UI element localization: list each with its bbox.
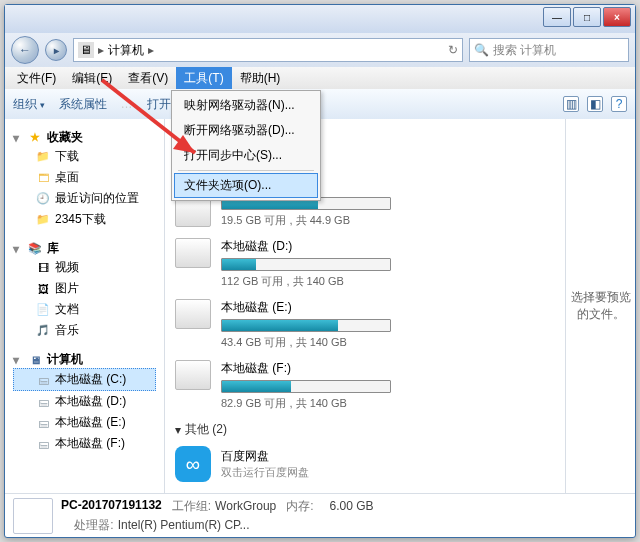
memory-value: 6.00 GB	[330, 499, 374, 513]
tree-item-label: 图片	[55, 280, 79, 297]
drive-item[interactable]: 本地磁盘 (D:) 112 GB 可用 , 共 140 GB	[175, 238, 555, 289]
tree-favorites-head[interactable]: ▾ ★ 收藏夹	[13, 129, 156, 146]
preview-pane: 选择要预览的文件。	[565, 119, 635, 493]
drive-icon: 🖴	[35, 436, 51, 452]
tools-dropdown: 映射网络驱动器(N)... 断开网络驱动器(D)... 打开同步中心(S)...…	[171, 90, 321, 201]
map-network-drive[interactable]: 映射网络驱动器(N)...	[174, 93, 318, 118]
computer-icon: 🖥	[78, 42, 94, 58]
tree-item-label: 本地磁盘 (E:)	[55, 414, 126, 431]
refresh-icon[interactable]: ↻	[448, 43, 458, 57]
drive-icon: 🖴	[35, 415, 51, 431]
other-name: 百度网盘	[221, 448, 309, 465]
window-controls: — □ ×	[543, 7, 631, 27]
status-lines: PC-201707191132 工作组: WorkGroup 内存: 6.00 …	[61, 498, 374, 534]
explorer-window: — □ × ← ▸ 🖥 ▸ 计算机 ▸ ↻ 🔍 搜索 计算机 文件(F) 编辑(…	[4, 4, 636, 538]
tree-recent[interactable]: 🕘最近访问的位置	[13, 188, 156, 209]
tree-computer: ▾ 🖥 计算机 🖴本地磁盘 (C:) 🖴本地磁盘 (D:) 🖴本地磁盘 (E:)…	[5, 349, 164, 462]
menu-edit[interactable]: 编辑(E)	[64, 67, 120, 89]
tree-downloads[interactable]: 📁下载	[13, 146, 156, 167]
drive-free-text: 112 GB 可用 , 共 140 GB	[221, 274, 555, 289]
chevron-down-icon: ▾	[13, 131, 23, 145]
drive-icon	[175, 197, 211, 227]
forward-button[interactable]: ▸	[45, 39, 67, 61]
details-pane: PC-201707191132 工作组: WorkGroup 内存: 6.00 …	[5, 493, 635, 537]
tree-drive-c[interactable]: 🖴本地磁盘 (C:)	[13, 368, 156, 391]
drive-name: 本地磁盘 (F:)	[221, 360, 555, 377]
open-sync-center[interactable]: 打开同步中心(S)...	[174, 143, 318, 168]
menu-tools[interactable]: 工具(T)	[176, 67, 231, 89]
breadcrumb-sep: ▸	[148, 43, 154, 57]
tree-libraries: ▾ 📚 库 🎞视频 🖼图片 📄文档 🎵音乐	[5, 238, 164, 349]
workgroup-value: WorkGroup	[215, 499, 276, 513]
drive-icon: 🖴	[35, 394, 51, 410]
organize-dropdown[interactable]: 组织	[13, 96, 45, 113]
drive-info: 本地磁盘 (F:) 82.9 GB 可用 , 共 140 GB	[221, 360, 555, 411]
drive-name: 本地磁盘 (E:)	[221, 299, 555, 316]
cmd-actions: ▥ ◧ ?	[563, 96, 627, 112]
tree-videos[interactable]: 🎞视频	[13, 257, 156, 278]
drive-item[interactable]: 本地磁盘 (E:) 43.4 GB 可用 , 共 140 GB	[175, 299, 555, 350]
help-icon[interactable]: ?	[611, 96, 627, 112]
other-info: 百度网盘 双击运行百度网盘	[221, 448, 309, 480]
maximize-button[interactable]: □	[573, 7, 601, 27]
tree-item-label: 视频	[55, 259, 79, 276]
drive-item[interactable]: 19.5 GB 可用 , 共 44.9 GB	[175, 197, 555, 228]
breadcrumb[interactable]: 🖥 ▸ 计算机 ▸ ↻	[73, 38, 463, 62]
computer-name: PC-201707191132	[61, 498, 162, 515]
tree-drive-e[interactable]: 🖴本地磁盘 (E:)	[13, 412, 156, 433]
tree-favorites: ▾ ★ 收藏夹 📁下载 🗔桌面 🕘最近访问的位置 📁2345下载	[5, 127, 164, 238]
disconnect-network-drive[interactable]: 断开网络驱动器(D)...	[174, 118, 318, 143]
tree-libraries-label: 库	[47, 240, 59, 257]
tree-drive-d[interactable]: 🖴本地磁盘 (D:)	[13, 391, 156, 412]
menu-help[interactable]: 帮助(H)	[232, 67, 289, 89]
tree-computer-head[interactable]: ▾ 🖥 计算机	[13, 351, 156, 368]
star-icon: ★	[27, 130, 43, 146]
recent-icon: 🕘	[35, 191, 51, 207]
tree-item-label: 下载	[55, 148, 79, 165]
tree-2345dl[interactable]: 📁2345下载	[13, 209, 156, 230]
breadcrumb-root[interactable]: 计算机	[108, 42, 144, 59]
tree-desktop[interactable]: 🗔桌面	[13, 167, 156, 188]
system-properties[interactable]: 系统属性	[59, 96, 107, 113]
music-icon: 🎵	[35, 323, 51, 339]
document-icon: 📄	[35, 302, 51, 318]
menu-file[interactable]: 文件(F)	[9, 67, 64, 89]
tree-music[interactable]: 🎵音乐	[13, 320, 156, 341]
tree-libraries-head[interactable]: ▾ 📚 库	[13, 240, 156, 257]
tree-item-label: 音乐	[55, 322, 79, 339]
close-button[interactable]: ×	[603, 7, 631, 27]
libraries-icon: 📚	[27, 241, 43, 257]
computer-icon: 🖥	[27, 352, 43, 368]
back-button[interactable]: ←	[11, 36, 39, 64]
other-yun[interactable]: 云U盘	[175, 490, 555, 493]
preview-text: 选择要预览的文件。	[570, 289, 631, 323]
folder-icon: 📁	[35, 212, 51, 228]
folder-options[interactable]: 文件夹选项(O)...	[174, 173, 318, 198]
tree-pictures[interactable]: 🖼图片	[13, 278, 156, 299]
minimize-button[interactable]: —	[543, 7, 571, 27]
drive-item[interactable]: 本地磁盘 (F:) 82.9 GB 可用 , 共 140 GB	[175, 360, 555, 411]
group-other-label: 其他 (2)	[185, 421, 227, 438]
tree-item-label: 2345下载	[55, 211, 106, 228]
search-icon: 🔍	[474, 43, 489, 57]
computer-large-icon	[13, 498, 53, 534]
breadcrumb-sep: ▸	[98, 43, 104, 57]
other-baidu[interactable]: ∞ 百度网盘 双击运行百度网盘	[175, 446, 555, 482]
memory-label: 内存:	[286, 498, 326, 515]
tree-item-label: 本地磁盘 (F:)	[55, 435, 125, 452]
other-sub: 双击运行百度网盘	[221, 465, 309, 480]
preview-pane-icon[interactable]: ◧	[587, 96, 603, 112]
cmd-divider: …	[121, 97, 133, 111]
tree-documents[interactable]: 📄文档	[13, 299, 156, 320]
tree-drive-f[interactable]: 🖴本地磁盘 (F:)	[13, 433, 156, 454]
search-input[interactable]: 🔍 搜索 计算机	[469, 38, 629, 62]
drive-free-text: 19.5 GB 可用 , 共 44.9 GB	[221, 213, 555, 228]
cpu-value: Intel(R) Pentium(R) CP...	[118, 518, 250, 532]
chevron-down-icon: ▾	[175, 423, 181, 437]
menu-bar: 文件(F) 编辑(E) 查看(V) 工具(T) 帮助(H)	[5, 67, 635, 89]
menu-view[interactable]: 查看(V)	[120, 67, 176, 89]
group-other[interactable]: ▾ 其他 (2)	[175, 421, 555, 438]
tree-item-label: 文档	[55, 301, 79, 318]
drive-icon	[175, 360, 211, 390]
view-options-icon[interactable]: ▥	[563, 96, 579, 112]
